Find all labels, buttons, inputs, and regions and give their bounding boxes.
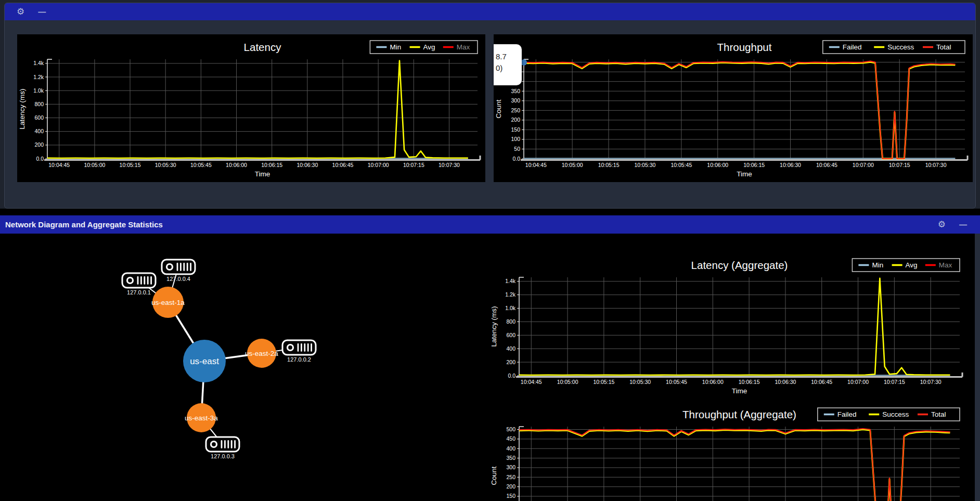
device-icon[interactable]: 127.0.0.4 (162, 260, 195, 282)
node-us-east-3a[interactable]: us-east-3a (185, 403, 218, 432)
svg-text:10:05:45: 10:05:45 (190, 162, 212, 168)
svg-text:10:05:00: 10:05:00 (84, 162, 105, 168)
svg-text:0.0: 0.0 (36, 156, 44, 162)
svg-text:Failed: Failed (843, 43, 862, 51)
svg-text:127.0.0.3: 127.0.0.3 (211, 453, 235, 459)
svg-text:150: 150 (511, 126, 520, 133)
svg-text:10:07:30: 10:07:30 (925, 162, 947, 168)
svg-text:10:07:15: 10:07:15 (889, 162, 910, 168)
aggregate-charts-column: 0.02004006008001.0k1.2k1.4k10:04:4510:05… (489, 234, 968, 501)
latency-aggregate-chart[interactable]: 0.02004006008001.0k1.2k1.4k10:04:4510:05… (489, 252, 968, 399)
svg-text:10:05:30: 10:05:30 (635, 162, 656, 168)
svg-text:Min: Min (390, 43, 401, 51)
svg-text:10:06:00: 10:06:00 (226, 162, 247, 168)
svg-text:10:06:15: 10:06:15 (261, 162, 282, 168)
svg-text:Success: Success (887, 43, 914, 51)
svg-text:10:07:15: 10:07:15 (403, 162, 424, 168)
svg-text:Latency (Aggregate): Latency (Aggregate) (691, 259, 788, 271)
svg-text:1.2k: 1.2k (33, 74, 44, 80)
svg-text:50: 50 (514, 146, 520, 152)
svg-text:Avg: Avg (423, 43, 435, 51)
svg-text:10:06:00: 10:06:00 (707, 162, 728, 168)
bottom-panel: Network Diagram and Aggregate Statistics… (0, 215, 980, 501)
top-charts-row: 0.02004006008001.0k1.2k1.4k10:04:4510:05… (5, 20, 975, 182)
svg-text:10:04:45: 10:04:45 (525, 162, 547, 168)
svg-text:Total: Total (936, 43, 951, 51)
svg-text:1.4k: 1.4k (505, 278, 516, 284)
svg-text:10:07:00: 10:07:00 (853, 162, 874, 168)
chart-tooltip: 8.7 0) (494, 44, 522, 85)
svg-text:10:06:00: 10:06:00 (702, 379, 724, 385)
panel-divider (0, 209, 980, 215)
svg-text:300: 300 (511, 97, 520, 104)
device-icon[interactable]: 127.0.0.3 (206, 437, 239, 459)
svg-text:127.0.0.4: 127.0.0.4 (166, 276, 190, 282)
svg-text:450: 450 (506, 435, 515, 442)
svg-text:1.4k: 1.4k (33, 60, 44, 66)
svg-text:150: 150 (506, 493, 515, 499)
svg-text:10:04:45: 10:04:45 (48, 162, 70, 168)
svg-text:Count: Count (495, 99, 502, 118)
svg-text:10:06:45: 10:06:45 (811, 379, 832, 385)
throughput-aggregate-chart[interactable]: 0.05010015020025030035040045050010:04:45… (489, 402, 968, 501)
node-us-east-1a[interactable]: us-east-1a (151, 287, 185, 318)
svg-text:Count: Count (490, 466, 498, 485)
latency-chart[interactable]: 0.02004006008001.0k1.2k1.4k10:04:4510:05… (17, 34, 485, 182)
tooltip-line-1: 8.7 (496, 51, 522, 62)
svg-text:10:05:15: 10:05:15 (593, 379, 614, 385)
device-icon[interactable]: 127.0.0.2 (282, 340, 316, 363)
top-panel: ⚙ — 0.02004006008001.0k1.2k1.4k10:04:451… (4, 3, 976, 209)
svg-text:250: 250 (511, 107, 520, 113)
svg-text:us-east-2a: us-east-2a (245, 350, 278, 357)
svg-text:400: 400 (506, 345, 515, 352)
svg-text:Latency: Latency (244, 41, 282, 53)
network-diagram[interactable]: 127.0.0.1127.0.0.4127.0.0.2127.0.0.3us-e… (5, 234, 486, 501)
svg-text:10:05:15: 10:05:15 (598, 162, 620, 168)
svg-text:600: 600 (34, 114, 44, 121)
svg-text:10:05:15: 10:05:15 (120, 162, 141, 168)
svg-text:us-east: us-east (190, 356, 219, 366)
svg-text:Time: Time (732, 387, 747, 395)
svg-text:127.0.0.2: 127.0.0.2 (287, 356, 311, 363)
svg-text:Min: Min (872, 261, 883, 269)
svg-text:Avg: Avg (906, 261, 918, 269)
svg-text:us-east-1a: us-east-1a (151, 299, 185, 306)
svg-text:10:07:00: 10:07:00 (847, 379, 869, 385)
svg-text:10:06:30: 10:06:30 (775, 379, 796, 385)
tooltip-line-2: 0) (496, 62, 522, 74)
svg-text:10:07:30: 10:07:30 (920, 379, 942, 385)
gear-icon[interactable]: ⚙ (17, 7, 24, 16)
minimize-button[interactable]: — (38, 8, 45, 16)
svg-text:10:06:45: 10:06:45 (332, 162, 354, 168)
device-icon[interactable]: 127.0.0.1 (122, 273, 156, 296)
svg-text:10:06:45: 10:06:45 (816, 162, 837, 168)
svg-text:200: 200 (34, 142, 44, 148)
svg-text:Total: Total (931, 410, 946, 418)
top-panel-header: ⚙ — (5, 3, 975, 20)
bottom-panel-content: 127.0.0.1127.0.0.4127.0.0.2127.0.0.3us-e… (0, 234, 975, 501)
svg-text:200: 200 (506, 359, 515, 365)
svg-text:10:07:15: 10:07:15 (884, 379, 905, 385)
svg-text:800: 800 (34, 101, 44, 107)
svg-text:Throughput (Aggregate): Throughput (Aggregate) (682, 408, 796, 420)
node-us-east[interactable]: us-east (183, 340, 226, 382)
svg-text:10:06:30: 10:06:30 (780, 162, 801, 168)
svg-text:0.0: 0.0 (508, 372, 515, 379)
svg-text:10:06:15: 10:06:15 (743, 162, 765, 168)
svg-text:Max: Max (939, 261, 952, 269)
svg-text:400: 400 (34, 128, 44, 134)
svg-text:200: 200 (506, 483, 515, 490)
svg-text:Failed: Failed (837, 410, 857, 418)
gear-icon[interactable]: ⚙ (938, 220, 946, 229)
svg-text:800: 800 (506, 318, 515, 325)
minimize-button[interactable]: — (959, 221, 966, 228)
node-us-east-2a[interactable]: us-east-2a (245, 339, 278, 368)
svg-text:250: 250 (506, 474, 515, 480)
svg-text:10:07:00: 10:07:00 (368, 162, 389, 168)
svg-text:1.2k: 1.2k (505, 291, 516, 298)
svg-text:0.0: 0.0 (512, 156, 520, 162)
svg-text:10:06:15: 10:06:15 (739, 379, 760, 385)
svg-text:600: 600 (506, 332, 515, 338)
svg-text:Time: Time (255, 170, 270, 178)
throughput-chart[interactable]: 0.05010015020025030035040045050010:04:45… (494, 34, 973, 182)
